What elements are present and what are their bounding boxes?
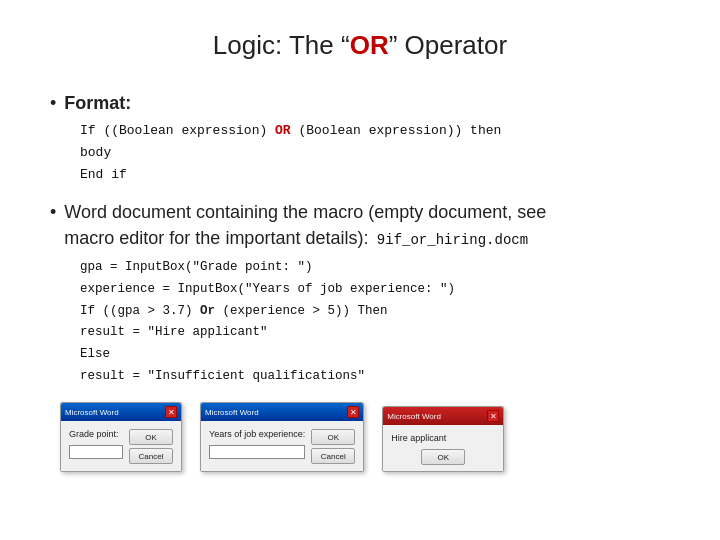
code2-line6: result = "Insufficient qualifications"	[80, 366, 670, 388]
code-or-keyword: OR	[275, 123, 291, 138]
dialog1-title: Microsoft Word	[65, 408, 119, 417]
dialog1-input-area: Grade point:	[69, 429, 123, 465]
code2-line2: experience = InputBox("Years of job expe…	[80, 279, 670, 301]
code2-line4: result = "Hire applicant"	[80, 322, 670, 344]
bullet2-inline-code: 9if_or_hiring.docm	[368, 232, 528, 248]
dialogs-row: Microsoft Word ✕ Grade point: OK Cancel	[60, 402, 670, 472]
bullet1-header: • Format:	[50, 91, 670, 116]
code2-line3: If ((gpa > 3.7) Or (experience > 5)) The…	[80, 301, 670, 323]
dialog2-title: Microsoft Word	[205, 408, 259, 417]
dialog1-buttons: OK Cancel	[129, 429, 173, 465]
bullet1-dot: •	[50, 91, 56, 116]
page-title: Logic: The “OR” Operator	[50, 30, 670, 61]
dialog2-body: Years of job experience: OK Cancel	[201, 421, 363, 471]
title-or: OR	[350, 30, 389, 60]
dialog-experience: Microsoft Word ✕ Years of job experience…	[200, 402, 364, 472]
dialog3-ok-button[interactable]: OK	[421, 449, 465, 465]
code-line-2: body	[80, 142, 670, 164]
dialog1-close-button[interactable]: ✕	[165, 406, 177, 418]
bullet2-part2: macro editor for the important details):	[64, 228, 368, 248]
dialog2-prompt: Years of job experience:	[209, 429, 305, 439]
dialog3-titlebar: Microsoft Word ✕	[383, 407, 503, 425]
dialog2-input-area: Years of job experience:	[209, 429, 305, 465]
title-prefix: Logic: The “	[213, 30, 350, 60]
code-line3-text: End if	[80, 167, 127, 182]
dialog1-prompt: Grade point:	[69, 429, 123, 439]
bullet-format-section: • Format: If ((Boolean expression) OR (B…	[50, 91, 670, 186]
dialog3-body: Hire applicant OK	[383, 425, 503, 471]
code-line2-text: body	[80, 145, 111, 160]
code-line1-pre: If ((Boolean expression)	[80, 123, 275, 138]
code2-line5: Else	[80, 344, 670, 366]
dialog2-cancel-button[interactable]: Cancel	[311, 448, 355, 464]
word-code-block: gpa = InputBox("Grade point: ") experien…	[80, 257, 670, 388]
code-line1-post: (Boolean expression)) then	[291, 123, 502, 138]
dialog1-input[interactable]	[69, 445, 123, 459]
format-code-block: If ((Boolean expression) OR (Boolean exp…	[80, 120, 670, 186]
dialog2-ok-button[interactable]: OK	[311, 429, 355, 445]
dialog3-title: Microsoft Word	[387, 412, 441, 421]
code2-line1: gpa = InputBox("Grade point: ")	[80, 257, 670, 279]
bullet2-text: Word document containing the macro (empt…	[64, 200, 546, 250]
dialog1-layout: Grade point: OK Cancel	[69, 429, 173, 465]
dialog2-close-button[interactable]: ✕	[347, 406, 359, 418]
dialog-grade-point: Microsoft Word ✕ Grade point: OK Cancel	[60, 402, 182, 472]
dialog2-input[interactable]	[209, 445, 305, 459]
bullet1-label: Format:	[64, 91, 131, 116]
bullet2-header: • Word document containing the macro (em…	[50, 200, 670, 250]
dialog1-ok-button[interactable]: OK	[129, 429, 173, 445]
bullet2-dot: •	[50, 200, 56, 225]
dialog3-prompt: Hire applicant	[391, 433, 495, 443]
dialog1-cancel-button[interactable]: Cancel	[129, 448, 173, 464]
title-suffix: ” Operator	[389, 30, 508, 60]
page: Logic: The “OR” Operator • Format: If ((…	[0, 0, 720, 540]
bullet-word-section: • Word document containing the macro (em…	[50, 200, 670, 388]
code-line-1: If ((Boolean expression) OR (Boolean exp…	[80, 120, 670, 142]
bullet2-part1: Word document containing the macro (empt…	[64, 202, 546, 222]
dialog2-layout: Years of job experience: OK Cancel	[209, 429, 355, 465]
dialog2-buttons: OK Cancel	[311, 429, 355, 465]
dialog-hire: Microsoft Word ✕ Hire applicant OK	[382, 406, 504, 472]
dialog1-titlebar: Microsoft Word ✕	[61, 403, 181, 421]
code-line-3: End if	[80, 164, 670, 186]
dialog3-close-button[interactable]: ✕	[487, 410, 499, 422]
dialog2-titlebar: Microsoft Word ✕	[201, 403, 363, 421]
dialog1-body: Grade point: OK Cancel	[61, 421, 181, 471]
